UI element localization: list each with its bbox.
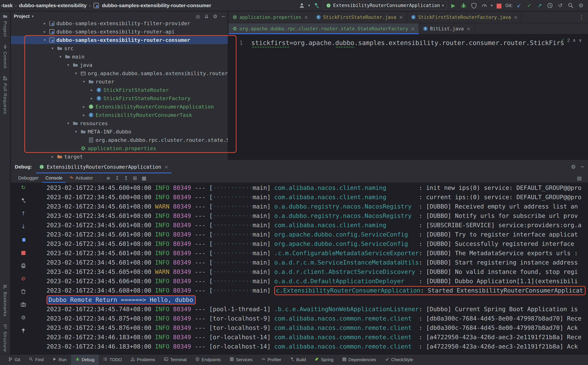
close-icon[interactable]: × bbox=[164, 164, 168, 170]
chevron-right-icon[interactable]: ▸ bbox=[89, 88, 95, 92]
profiler-button[interactable] bbox=[480, 1, 488, 9]
history-icon[interactable] bbox=[546, 1, 554, 9]
tab-options-kebab-icon[interactable]: ⋮ bbox=[579, 12, 584, 23]
tree-item-stickfirststaterouterfactory[interactable]: ▸CStickFirstStateRouterFactory bbox=[11, 94, 228, 103]
chevron-right-icon[interactable]: ▸ bbox=[81, 113, 87, 117]
settings-gear-icon[interactable]: ⚙ bbox=[571, 164, 576, 170]
chevron-down-icon[interactable]: ▾ bbox=[81, 79, 87, 84]
chevron-down-icon[interactable]: ▾ bbox=[73, 129, 79, 134]
run-configuration-select[interactable]: ExtensibilityRouterConsumerApplication ▾ bbox=[323, 1, 447, 10]
next-problem-icon[interactable]: ∨ bbox=[579, 37, 582, 43]
close-icon[interactable]: × bbox=[304, 14, 308, 20]
close-icon[interactable]: × bbox=[399, 14, 403, 20]
push-button[interactable]: ↗ bbox=[536, 1, 544, 9]
user-avatar-icon[interactable] bbox=[298, 1, 306, 9]
close-icon[interactable]: × bbox=[514, 14, 518, 20]
tree-item-stickfirststaterouter[interactable]: ▸CStickFirstStateRouter bbox=[11, 86, 228, 94]
update-project-button[interactable]: ↙ bbox=[515, 1, 523, 9]
code-line[interactable]: stickfirst=org.apache.dubbo.samples.exte… bbox=[251, 38, 588, 48]
scroll-to-end-icon[interactable]: ↧ bbox=[113, 175, 121, 181]
editor-tab-application-properties[interactable]: application.properties× bbox=[228, 12, 312, 23]
options-menu-icon[interactable]: ≡ bbox=[104, 175, 113, 181]
tree-item-org-apache-dubbo-samples-extensibility-router-c[interactable]: ▾org.apache.dubbo.samples.extensibility.… bbox=[11, 69, 228, 77]
statusbar-item-git[interactable]: Git bbox=[4, 355, 25, 365]
debug-tab-console[interactable]: Console bbox=[42, 173, 66, 183]
tree-item-application-properties[interactable]: application.properties bbox=[11, 144, 228, 153]
statusbar-item-services[interactable]: Services bbox=[225, 355, 257, 365]
tree-item-java[interactable]: ▾java bbox=[11, 61, 228, 69]
debug-tab-debugger[interactable]: Debugger bbox=[15, 173, 42, 183]
tree-item-extensibilityrouterconsumertask[interactable]: ▸CExtensibilityRouterConsumerTask bbox=[11, 111, 228, 119]
debug-tab-actuator[interactable]: Actuator bbox=[66, 173, 96, 183]
debug-button[interactable] bbox=[460, 1, 468, 9]
statusbar-item-dependencies[interactable]: Dependencies bbox=[338, 355, 381, 365]
commit-button[interactable]: ✓ bbox=[525, 1, 533, 9]
statusbar-item-run[interactable]: Run bbox=[48, 355, 71, 365]
inspection-widget[interactable]: ✓ 2 ∧ ∨ bbox=[561, 37, 582, 43]
tree-item-dubbo-samples-extensibility-router-api[interactable]: ▸dubbo-samples-extensibility-router-api bbox=[11, 28, 228, 36]
undo-icon[interactable]: ↺ bbox=[556, 1, 564, 9]
statusbar-item-checkstyle[interactable]: CheckStyle bbox=[381, 355, 418, 365]
grid-icon[interactable]: ▦ bbox=[139, 175, 149, 181]
tree-item-src[interactable]: ▾src bbox=[11, 44, 228, 52]
hide-panel-icon[interactable]: ─ bbox=[222, 14, 225, 19]
statusbar-item-terminal[interactable]: Terminal bbox=[160, 355, 191, 365]
statusbar-item-problems[interactable]: Problems bbox=[126, 355, 160, 365]
tree-item-main[interactable]: ▾main bbox=[11, 52, 228, 61]
coverage-button[interactable] bbox=[470, 1, 478, 9]
debug-session-tab[interactable]: ExtensibilityRouterConsumerApplication × bbox=[36, 160, 171, 173]
stripe-item-pull-requests[interactable]: Pull Requests bbox=[2, 76, 8, 114]
tree-item-target[interactable]: ▸target bbox=[11, 153, 228, 160]
chevron-down-icon[interactable]: ▾ bbox=[57, 54, 63, 59]
stripe-item-commit[interactable]: Commit bbox=[2, 44, 8, 69]
chevron-right-icon[interactable]: ▸ bbox=[81, 104, 87, 109]
build-project-icon[interactable] bbox=[312, 1, 320, 9]
chevron-right-icon[interactable]: ▸ bbox=[42, 29, 48, 34]
tree-item-extensibilityrouterconsumerapplication[interactable]: ▸ExtensibilityRouterConsumerApplication bbox=[11, 103, 228, 111]
prev-problem-icon[interactable]: ∧ bbox=[573, 37, 576, 43]
editor-tab-stickfirststaterouter-java[interactable]: CStickFirstStateRouter.java× bbox=[312, 12, 407, 23]
editor-body[interactable]: 1 stickfirst=org.apache.dubbo.samples.ex… bbox=[228, 35, 588, 160]
settings-gear-icon[interactable]: ⚙ bbox=[577, 1, 585, 9]
tree-item-org-apache-dubbo-rpc-cluster-router-state-st[interactable]: org.apache.dubbo.rpc.cluster.router.stat… bbox=[11, 136, 228, 144]
search-everywhere-icon[interactable] bbox=[567, 1, 575, 9]
scroll-to-top-icon[interactable]: ↥ bbox=[121, 175, 130, 181]
tree-item-router[interactable]: ▾router bbox=[11, 77, 228, 86]
tree-item-dubbo-samples-extensibility-filter-provider[interactable]: ▸dubbo-samples-extensibility-filter-prov… bbox=[11, 21, 228, 28]
close-icon[interactable]: × bbox=[467, 26, 471, 32]
statusbar-item-spring[interactable]: Spring bbox=[310, 355, 338, 365]
stripe-item-bookmarks[interactable]: Bookmarks bbox=[2, 285, 8, 316]
locate-file-icon[interactable]: ◎ bbox=[196, 14, 200, 19]
statusbar-item-build[interactable]: Build bbox=[286, 355, 310, 365]
chevron-right-icon[interactable]: ▸ bbox=[50, 154, 56, 159]
breadcrumb-module[interactable]: dubbo-samples-extensibility-router-consu… bbox=[102, 3, 211, 8]
tree-item-meta-inf-dubbo[interactable]: ▾META-INF.dubbo bbox=[11, 127, 228, 136]
console-output[interactable]: 2023-02-16T22:34:45.600+08:00 INFO 80349… bbox=[11, 183, 588, 354]
chevron-down-icon[interactable]: ▾ bbox=[65, 121, 71, 126]
split-window-icon[interactable]: ⊞ bbox=[130, 175, 139, 181]
tree-item-resources[interactable]: ▾resources bbox=[11, 119, 228, 127]
statusbar-item-todo[interactable]: TODO bbox=[99, 355, 126, 365]
statusbar-item-find[interactable]: Find bbox=[25, 355, 48, 365]
run-button[interactable]: ▶ bbox=[449, 1, 457, 9]
chevron-down-icon[interactable]: ▾ bbox=[50, 46, 56, 51]
close-icon[interactable]: × bbox=[411, 26, 415, 32]
tree-item-dubbo-samples-extensibility-router-consumer[interactable]: ▾dubbo-samples-extensibility-router-cons… bbox=[11, 36, 228, 44]
chevron-down-icon[interactable]: ▾ bbox=[73, 71, 79, 76]
chevron-down-icon[interactable]: ▾ bbox=[42, 38, 48, 42]
layout-settings-icon[interactable]: ▤ bbox=[575, 175, 584, 181]
project-view-select[interactable]: Project bbox=[14, 14, 30, 19]
settings-gear-icon[interactable]: ⚙ bbox=[213, 14, 218, 19]
editor-tab-bitlist-java[interactable]: CBitList.java× bbox=[419, 23, 475, 34]
collapse-all-icon[interactable]: ⇊ bbox=[205, 14, 209, 19]
editor-tab-stickfirststaterouterfactory-java[interactable]: CStickFirstStateRouterFactory.java× bbox=[407, 12, 522, 23]
stripe-item-structure[interactable]: Structure bbox=[2, 324, 8, 352]
chevron-right-icon[interactable]: ▸ bbox=[42, 21, 48, 26]
statusbar-item-profiler[interactable]: Profiler bbox=[257, 355, 285, 365]
chevron-down-icon[interactable]: ▾ bbox=[65, 63, 71, 67]
statusbar-item-endpoints[interactable]: Endpoints bbox=[191, 355, 225, 365]
stripe-item-project[interactable]: Project bbox=[2, 14, 8, 37]
hide-panel-icon[interactable]: ─ bbox=[581, 164, 584, 170]
statusbar-item-debug[interactable]: Debug bbox=[71, 355, 99, 365]
stop-button[interactable]: ■ bbox=[495, 1, 503, 9]
